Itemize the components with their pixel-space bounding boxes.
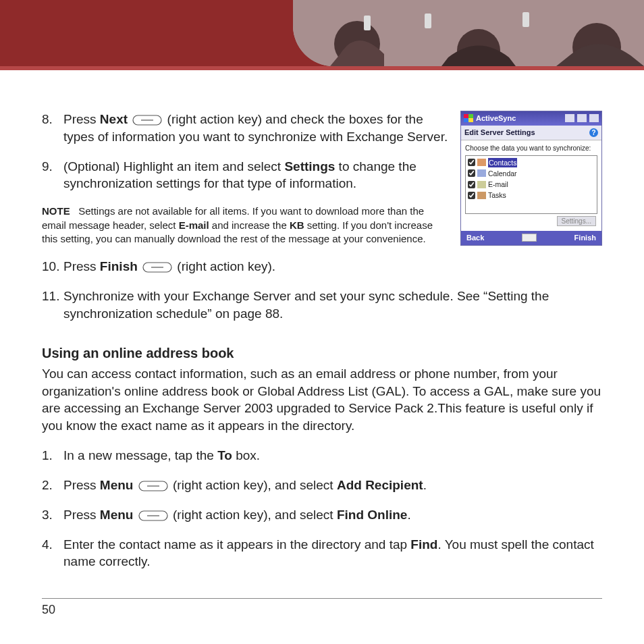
- softkey-back[interactable]: Back: [466, 233, 484, 243]
- svg-rect-2: [364, 16, 371, 30]
- step-body: Press Next (right action key) and check …: [63, 111, 448, 146]
- tasks-icon: [477, 192, 486, 199]
- step-number: 1.: [42, 447, 63, 464]
- sync-item[interactable]: Tasks: [468, 190, 595, 200]
- step-body: Press Finish (right action key).: [63, 258, 602, 275]
- steps-mid-list: 10.Press Finish (right action key).11.Sy…: [42, 258, 602, 322]
- sync-checkbox[interactable]: [468, 181, 475, 188]
- svg-rect-6: [522, 12, 529, 27]
- note-block: NOTE Settings are not available for all …: [42, 205, 448, 246]
- action-key-icon: [138, 510, 168, 521]
- device-subtitle-bar: Edit Server Settings ?: [461, 126, 601, 140]
- step-number: 9.: [42, 158, 63, 193]
- step-number: 8.: [42, 111, 63, 146]
- step-number: 2.: [42, 477, 63, 494]
- step-item: 4.Enter the contact name as it appears i…: [42, 536, 602, 571]
- windows-flag-icon: [464, 114, 473, 122]
- status-icon-1: [565, 114, 574, 122]
- speaker-icon: [589, 114, 599, 122]
- header-rule: [0, 66, 644, 70]
- header-photo: [293, 0, 644, 66]
- sync-item[interactable]: Calendar: [468, 168, 595, 179]
- page-number: 50: [42, 598, 602, 617]
- header-banner: [0, 0, 644, 70]
- section-heading: Using an online address book: [42, 344, 602, 363]
- note-label: NOTE: [42, 205, 70, 217]
- step-number: 10.: [42, 258, 63, 275]
- sync-checkbox[interactable]: [468, 192, 475, 199]
- sync-label: Tasks: [488, 190, 506, 200]
- softkey-finish[interactable]: Finish: [574, 233, 596, 243]
- step-item: 10.Press Finish (right action key).: [42, 258, 602, 275]
- device-titlebar: ActiveSync: [461, 111, 601, 126]
- device-instruction: Choose the data you want to synchronize:: [465, 144, 597, 153]
- step-body: (Optional) Highlight an item and select …: [63, 158, 448, 193]
- step-item: 3.Press Menu (right action key), and sel…: [42, 506, 602, 524]
- steps-bottom-list: 1.In a new message, tap the To box.2.Pre…: [42, 447, 602, 570]
- device-subtitle: Edit Server Settings: [464, 128, 535, 138]
- sync-checkbox[interactable]: [468, 159, 475, 166]
- note-body: Settings are not available for all items…: [42, 205, 433, 244]
- device-title: ActiveSync: [476, 113, 516, 124]
- contacts-icon: [477, 159, 486, 166]
- device-softkeys: Back Finish: [461, 231, 601, 245]
- step-item: 11.Synchronize with your Exchange Server…: [42, 288, 602, 323]
- sync-label: Contacts: [488, 158, 517, 167]
- sync-list: ContactsCalendarE-mailTasks: [465, 155, 597, 214]
- help-icon[interactable]: ?: [589, 128, 598, 137]
- signal-icon: [577, 114, 587, 122]
- step-number: 4.: [42, 536, 63, 571]
- step-item: 8.Press Next (right action key) and chec…: [42, 111, 448, 146]
- settings-button[interactable]: Settings...: [557, 216, 596, 226]
- svg-rect-4: [425, 14, 431, 28]
- step-item: 9.(Optional) Highlight an item and selec…: [42, 158, 448, 193]
- action-key-icon: [142, 262, 172, 273]
- step-body: Press Menu (right action key), and selec…: [63, 506, 602, 524]
- page-content: 8.Press Next (right action key) and chec…: [0, 70, 644, 603]
- step-body: Synchronize with your Exchange Server an…: [63, 288, 602, 323]
- step-item: 1.In a new message, tap the To box.: [42, 447, 602, 464]
- steps-top-list: 8.Press Next (right action key) and chec…: [42, 111, 448, 192]
- action-key-icon: [138, 481, 168, 491]
- keyboard-icon[interactable]: [522, 234, 537, 242]
- sync-label: Calendar: [488, 169, 517, 178]
- step-number: 3.: [42, 506, 63, 524]
- device-screenshot: ActiveSync Edit Server Settings ? Choose…: [460, 111, 602, 246]
- calendar-icon: [477, 169, 486, 177]
- sync-item[interactable]: Contacts: [468, 157, 595, 168]
- step-body: Enter the contact name as it appears in …: [63, 536, 602, 571]
- step-body: In a new message, tap the To box.: [63, 447, 602, 464]
- step-body: Press Menu (right action key), and selec…: [63, 477, 602, 494]
- sync-checkbox[interactable]: [468, 169, 475, 177]
- step-item: 2.Press Menu (right action key), and sel…: [42, 477, 602, 494]
- action-key-icon: [132, 115, 162, 126]
- section-text: You can access contact information, such…: [42, 365, 602, 435]
- email-icon: [477, 181, 486, 188]
- sync-label: E-mail: [488, 180, 508, 189]
- step-number: 11.: [42, 288, 63, 323]
- sync-item[interactable]: E-mail: [468, 179, 595, 190]
